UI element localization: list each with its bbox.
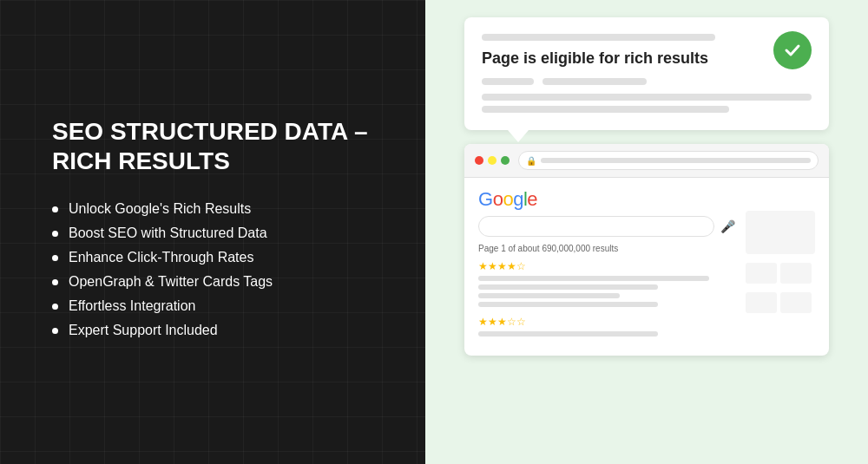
sidebar-image-5 [780, 292, 812, 313]
sidebar-row [746, 263, 815, 284]
browser-topbar: 🔒 [464, 144, 829, 178]
sidebar-row-2 [746, 292, 815, 313]
feature-item: Enhance Click-Through Rates [52, 250, 373, 265]
sidebar-image-3 [780, 263, 812, 284]
stars-2: ★★★☆☆ [478, 316, 735, 328]
feature-item: Boost SEO with Structured Data [52, 225, 373, 241]
lock-icon: 🔒 [526, 156, 536, 166]
result-bar-1d [478, 302, 658, 307]
features-list: Unlock Google's Rich ResultsBoost SEO wi… [52, 201, 373, 347]
dot-yellow [488, 156, 496, 165]
rich-results-bars [482, 78, 812, 113]
browser-addressbar[interactable]: 🔒 [518, 151, 819, 170]
feature-item: OpenGraph & Twitter Cards Tags [52, 274, 373, 290]
feature-text: OpenGraph & Twitter Cards Tags [69, 274, 273, 290]
result-bar-1a [478, 276, 709, 281]
results-count: Page 1 of about 690,000,000 results [478, 244, 735, 253]
result-item-2: ★★★☆☆ [478, 316, 735, 337]
bullet-icon [52, 206, 58, 212]
rich-results-card: Page is eligible for rich results [464, 17, 829, 130]
address-bar-fill [541, 158, 811, 163]
main-title: SEO STRUCTURED DATA – RICH RESULTS [52, 117, 373, 175]
google-sidebar [746, 188, 815, 345]
result-bar-1c [478, 293, 620, 298]
browser-dots [475, 156, 510, 165]
dot-green [501, 156, 510, 165]
bullet-icon [52, 231, 58, 237]
sidebar-image-4 [746, 292, 777, 313]
bullet-icon [52, 255, 58, 261]
microphone-icon: 🎤 [720, 219, 735, 234]
check-circle-icon [773, 31, 812, 69]
bullet-icon [52, 279, 58, 285]
feature-text: Unlock Google's Rich Results [69, 201, 251, 217]
feature-text: Effortless Integration [69, 298, 195, 314]
bullet-icon [52, 304, 58, 310]
google-search-row: 🎤 [478, 216, 735, 237]
feature-text: Expert Support Included [69, 323, 218, 338]
feature-item: Effortless Integration [52, 298, 373, 314]
result-item-1: ★★★★☆ [478, 260, 735, 307]
left-panel: SEO STRUCTURED DATA – RICH RESULTS Unloc… [0, 0, 425, 464]
feature-text: Boost SEO with Structured Data [69, 225, 267, 241]
sidebar-image-1 [746, 211, 815, 254]
dot-red [475, 156, 483, 165]
google-content: Google 🎤 Page 1 of about 690,000,000 res… [464, 178, 829, 356]
bullet-icon [52, 328, 58, 334]
feature-item: Expert Support Included [52, 323, 373, 338]
result-bar-1b [478, 284, 658, 290]
feature-text: Enhance Click-Through Rates [69, 250, 253, 265]
google-logo: Google [478, 188, 735, 211]
right-panel: Page is eligible for rich results [425, 0, 868, 464]
google-main: Google 🎤 Page 1 of about 690,000,000 res… [478, 188, 735, 345]
stars-1: ★★★★☆ [478, 260, 735, 272]
sidebar-image-2 [746, 263, 777, 284]
result-bar-2a [478, 331, 658, 337]
feature-item: Unlock Google's Rich Results [52, 201, 373, 217]
rich-results-text: Page is eligible for rich results [482, 49, 773, 68]
browser-mockup: 🔒 Google 🎤 Page 1 of about 690,000,000 r… [464, 144, 829, 356]
google-searchbar[interactable] [478, 216, 714, 237]
